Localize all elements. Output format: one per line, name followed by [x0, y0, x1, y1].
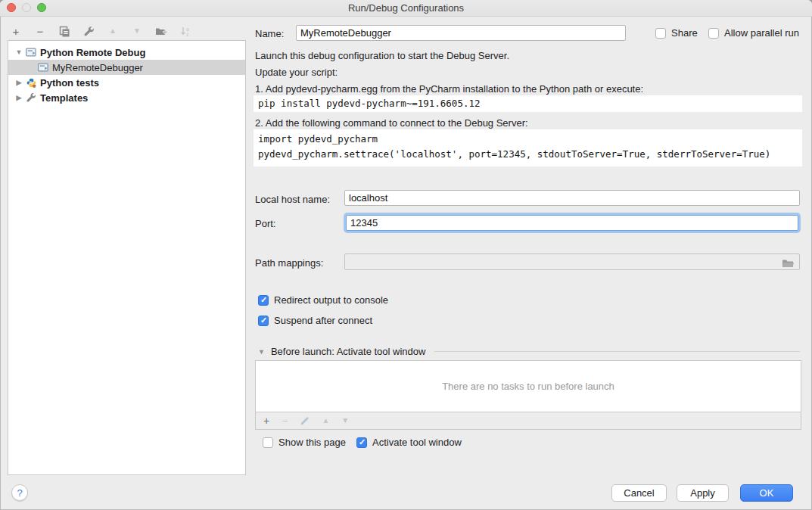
sort-configurations-button: a z [179, 24, 192, 38]
cancel-button[interactable]: Cancel [611, 484, 667, 502]
local-host-name-input[interactable] [344, 190, 800, 206]
minimize-window-button [22, 3, 31, 12]
pip-install-code-snippet: pip install pydevd-pycharm~=191.6605.12 [254, 95, 802, 112]
redirect-output-label: Redirect output to console [274, 294, 388, 306]
edit-templates-button[interactable] [82, 24, 95, 38]
share-checkbox-row[interactable]: Share [655, 27, 698, 39]
configurations-toolbar: + − ▲ ▼ a [9, 23, 192, 39]
sort-alphabetically-icon: a z [180, 26, 191, 37]
activate-tool-window-checkbox[interactable] [356, 437, 367, 448]
chevron-down-icon[interactable]: ▼ [258, 348, 265, 356]
suspend-after-connect-checkbox[interactable] [258, 316, 269, 326]
new-folder-icon [155, 26, 167, 36]
path-mappings-input [344, 253, 800, 270]
zoom-window-button[interactable] [37, 3, 46, 12]
configurations-tree: ▼ Python Remote Debug MyRemoteDebugger ▶ [8, 40, 246, 475]
tree-item-label: Python tests [40, 77, 99, 89]
step2-text: 2. Add the following command to connect … [255, 117, 528, 129]
chevron-right-icon[interactable]: ▶ [14, 79, 23, 86]
copy-icon [59, 26, 70, 37]
allow-parallel-run-checkbox[interactable] [708, 28, 719, 39]
path-mappings-label: Path mappings: [255, 257, 323, 269]
name-label: Name: [255, 28, 284, 39]
settrace-code-snippet: import pydevd_pycharm pydevd_pycharm.set… [254, 129, 802, 166]
code-line-1: import pydevd_pycharm [258, 133, 378, 145]
show-this-page-checkbox-row[interactable]: Show this page [263, 437, 346, 448]
chevron-right-icon[interactable]: ▶ [14, 94, 23, 101]
activate-tool-window-label: Activate tool window [372, 437, 462, 448]
move-down-icon: ▼ [133, 27, 141, 35]
tree-item-templates[interactable]: ▶ Templates [8, 90, 245, 105]
run-config-icon [25, 47, 37, 58]
show-this-page-checkbox[interactable] [263, 437, 273, 448]
name-input[interactable] [296, 25, 626, 41]
python-icon [25, 77, 37, 88]
tree-item-python-tests[interactable]: ▶ Python tests [8, 75, 245, 90]
redirect-output-checkbox-row[interactable]: Redirect output to console [258, 294, 388, 306]
code-line-2: pydevd_pycharm.settrace('localhost', por… [258, 148, 770, 160]
local-host-name-label: Local host name: [255, 194, 330, 205]
allow-parallel-run-checkbox-row[interactable]: Allow parallel run [708, 27, 799, 39]
before-launch-title: Before launch: Activate tool window [271, 346, 426, 357]
chevron-down-icon[interactable]: ▼ [14, 48, 23, 56]
move-up-icon: ▲ [109, 27, 117, 35]
suspend-after-connect-checkbox-row[interactable]: Suspend after connect [258, 315, 372, 326]
titlebar: Run/Debug Configurations [0, 0, 812, 17]
port-label: Port: [255, 218, 275, 229]
allow-parallel-run-label: Allow parallel run [724, 27, 799, 39]
close-window-button[interactable] [7, 3, 16, 12]
intro-text-line1: Launch this debug configuration to start… [255, 50, 509, 61]
move-task-up-icon: ▲ [322, 417, 329, 424]
remove-icon: − [37, 26, 44, 37]
redirect-output-checkbox[interactable] [258, 295, 269, 306]
edit-templates-wrench-icon [83, 26, 95, 37]
wrench-icon [25, 92, 37, 103]
tree-item-label: Templates [40, 92, 88, 104]
intro-text-line2: Update your script: [255, 67, 338, 78]
new-folder-button[interactable] [154, 24, 168, 38]
share-checkbox[interactable] [655, 28, 666, 39]
question-mark-icon: ? [17, 487, 22, 499]
suspend-after-connect-label: Suspend after connect [274, 315, 372, 326]
svg-text:z: z [186, 31, 188, 36]
tree-item-label: MyRemoteDebugger [52, 62, 143, 73]
help-button[interactable]: ? [11, 484, 28, 501]
tree-item-python-remote-debug[interactable]: ▼ Python Remote Debug [8, 45, 245, 60]
port-input[interactable] [346, 215, 798, 231]
activate-tool-window-checkbox-row[interactable]: Activate tool window [356, 437, 462, 448]
copy-configuration-button[interactable] [58, 24, 71, 38]
no-tasks-text: There are no tasks to run before launch [442, 381, 614, 392]
move-up-button: ▲ [106, 24, 120, 38]
add-task-icon[interactable]: + [263, 415, 269, 426]
edit-pencil-icon [300, 416, 310, 426]
run-debug-configurations-dialog: Run/Debug Configurations + − ▲ ▼ [0, 0, 812, 510]
move-task-down-icon: ▼ [341, 417, 349, 424]
add-configuration-button[interactable]: + [9, 24, 23, 38]
before-launch-task-list: There are no tasks to run before launch [255, 360, 801, 412]
apply-button[interactable]: Apply [677, 484, 729, 502]
add-icon: + [13, 26, 20, 37]
before-launch-toolbar: + − ▲ ▼ [255, 412, 801, 430]
ok-button[interactable]: OK [740, 484, 793, 502]
run-config-icon [37, 62, 49, 73]
window-title: Run/Debug Configurations [0, 2, 812, 14]
remove-task-icon: − [282, 415, 288, 426]
separator-line [434, 351, 800, 352]
before-launch-header[interactable]: ▼ Before launch: Activate tool window [258, 346, 800, 357]
tree-item-myremotedebugger[interactable]: MyRemoteDebugger [8, 60, 245, 75]
move-down-button: ▼ [130, 24, 144, 38]
svg-text:a: a [186, 26, 189, 31]
tree-item-label: Python Remote Debug [40, 47, 145, 58]
step1-text: 1. Add pydevd-pycharm.egg from the PyCha… [255, 83, 643, 95]
share-label: Share [671, 27, 698, 39]
remove-configuration-button[interactable]: − [33, 24, 47, 38]
folder-icon[interactable] [782, 258, 795, 268]
show-this-page-label: Show this page [278, 437, 346, 448]
